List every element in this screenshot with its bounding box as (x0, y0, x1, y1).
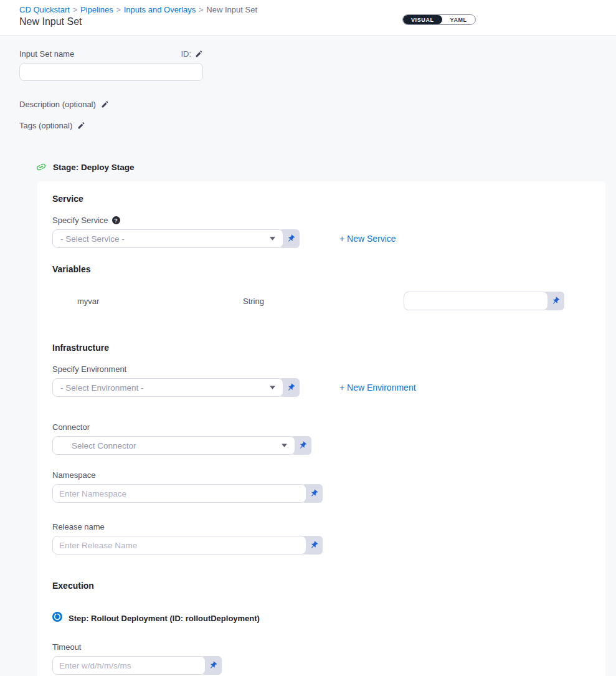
connector-select[interactable]: Select Connector (52, 436, 295, 455)
new-service-link[interactable]: + New Service (339, 234, 396, 244)
timeout-label: Timeout (52, 642, 590, 652)
release-name-input[interactable] (52, 536, 306, 555)
breadcrumb-link-pipelines[interactable]: Pipelines (80, 5, 113, 14)
release-name-label: Release name (52, 522, 590, 531)
breadcrumb-separator: > (116, 6, 121, 14)
variable-row: myvar String (52, 292, 590, 310)
breadcrumb-current: New Input Set (206, 5, 257, 14)
edit-tags-icon[interactable] (77, 121, 85, 130)
name-label: Input Set name (19, 49, 74, 59)
chevron-down-icon (270, 386, 275, 389)
page-title: New Input Set (19, 16, 616, 27)
stage-label: Stage: Deploy Stage (53, 163, 135, 172)
new-environment-link[interactable]: + New Environment (339, 383, 416, 393)
stage-link-icon (36, 161, 47, 173)
environment-select-group: - Select Environment - (52, 378, 300, 397)
page-header: CD Quickstart > Pipelines > Inputs and O… (0, 0, 616, 36)
step-label: Step: Rollout Deployment (ID: rolloutDep… (69, 614, 260, 623)
connector-select-group: Select Connector (52, 436, 311, 455)
tags-label: Tags (optional) (19, 121, 72, 130)
help-icon[interactable]: ? (112, 216, 120, 224)
specify-service-label: Specify Service ? (52, 216, 590, 225)
variable-value-group (404, 292, 564, 310)
toggle-visual[interactable]: VISUAL (403, 15, 442, 24)
variable-value-input[interactable] (404, 292, 548, 310)
description-toggle[interactable]: Description (optional) (19, 100, 616, 109)
environment-select-placeholder: - Select Environment - (60, 383, 144, 393)
input-set-name-field[interactable] (19, 63, 203, 81)
specify-environment-label: Specify Environment (52, 364, 590, 374)
description-label: Description (optional) (19, 100, 96, 109)
timeout-input-group (52, 656, 222, 675)
timeout-input[interactable] (52, 656, 206, 675)
connector-label: Connector (52, 422, 590, 432)
breadcrumb-separator: > (199, 6, 203, 14)
stage-header-row: Stage: Deploy Stage (36, 161, 616, 173)
namespace-label: Namespace (52, 470, 590, 480)
environment-select[interactable]: - Select Environment - (52, 378, 283, 397)
release-name-input-group (52, 536, 323, 555)
variables-heading: Variables (52, 264, 590, 274)
variable-type: String (243, 297, 404, 306)
breadcrumb-link-cd-quickstart[interactable]: CD Quickstart (19, 5, 70, 14)
namespace-input[interactable] (52, 484, 306, 503)
connector-select-placeholder: Select Connector (60, 441, 136, 450)
edit-description-icon[interactable] (101, 100, 109, 108)
breadcrumb: CD Quickstart > Pipelines > Inputs and O… (19, 5, 616, 14)
breadcrumb-separator: > (73, 6, 77, 14)
name-label-row: Input Set name ID: (19, 49, 203, 59)
tags-toggle[interactable]: Tags (optional) (19, 121, 616, 130)
service-select-placeholder: - Select Service - (60, 234, 125, 244)
service-select-group: - Select Service - (52, 229, 300, 248)
visual-yaml-toggle: VISUAL YAML (402, 14, 476, 25)
service-select[interactable]: - Select Service - (52, 229, 283, 248)
namespace-input-group (52, 484, 323, 503)
variable-name: myvar (77, 297, 243, 306)
id-label: ID: (181, 49, 191, 59)
breadcrumb-link-inputs-and-overlays[interactable]: Inputs and Overlays (124, 5, 196, 14)
toggle-yaml[interactable]: YAML (442, 15, 475, 24)
execution-heading: Execution (52, 581, 590, 591)
id-label-group: ID: (181, 49, 203, 59)
service-heading: Service (52, 194, 590, 204)
chevron-down-icon (282, 444, 287, 447)
rollout-step-icon (52, 612, 62, 624)
edit-id-icon[interactable] (195, 50, 203, 58)
chevron-down-icon (270, 237, 275, 240)
input-set-meta-form: Input Set name ID: Description (optional… (0, 36, 616, 130)
stage-inputs-card: Service Specify Service ? - Select Servi… (37, 181, 605, 676)
infrastructure-heading: Infrastructure (52, 343, 590, 353)
specify-service-label-text: Specify Service (52, 216, 108, 225)
step-header-row: Step: Rollout Deployment (ID: rolloutDep… (52, 612, 590, 624)
